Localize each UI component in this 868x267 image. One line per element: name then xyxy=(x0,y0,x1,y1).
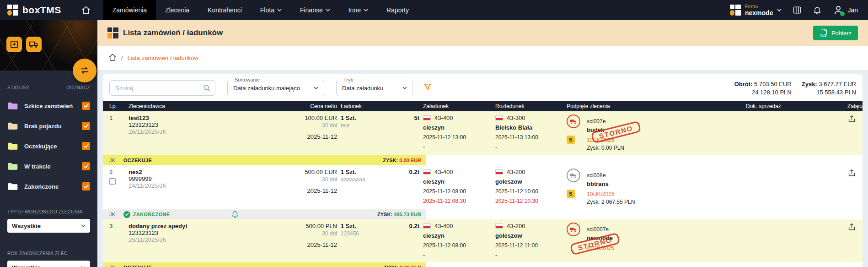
check-icon xyxy=(84,185,89,189)
status-filter-zakonczone[interactable]: Zakończone xyxy=(7,182,90,191)
unloading-city: Bielsko Biała xyxy=(495,124,563,131)
order-type-select[interactable]: Wszystkie xyxy=(7,219,90,233)
status-filter-oczekujace[interactable]: Oczekujące xyxy=(7,142,90,151)
row-number: 1 xyxy=(109,114,113,121)
row-checkbox[interactable] xyxy=(109,178,116,185)
transfer-fab-button[interactable] xyxy=(73,59,96,82)
filter-funnel-button[interactable] xyxy=(423,82,432,93)
loading-date2: 2025-11-12 08:30 xyxy=(423,198,492,204)
nav-item-raporty[interactable]: Raporty xyxy=(377,0,418,20)
status-filter-w-trakcie[interactable]: W trakcie xyxy=(7,162,90,171)
unloading-date: 2025-11-13 13:00 xyxy=(495,134,563,141)
svg-text:XLS: XLS xyxy=(820,34,827,37)
notifications-button[interactable] xyxy=(813,5,822,15)
topbar-right: Firma nexmode Jan xyxy=(730,0,868,20)
kanban-board-button[interactable] xyxy=(793,5,802,15)
nav-item-zamowienia[interactable]: Zamówienia xyxy=(103,0,156,20)
mode-select[interactable]: Tryb Data załadunku xyxy=(336,80,413,96)
loading-date2: - xyxy=(423,252,492,258)
folder-icon xyxy=(7,121,18,131)
orders-card: Sortowanie Data załadunku malejąco Tryb … xyxy=(103,74,863,267)
mode-label: Tryb xyxy=(341,77,356,82)
loading-date: 2025-11-12 13:00 xyxy=(423,134,492,141)
page-title: Lista zamówień / ładunków xyxy=(107,27,223,38)
nav-item-finanse[interactable]: Finanse xyxy=(291,0,339,20)
nav-label: Raporty xyxy=(386,6,409,14)
chevron-down-icon xyxy=(81,224,86,227)
carrier-truck-icon xyxy=(567,169,580,182)
app-logo-text: boxTMS xyxy=(22,5,61,16)
status-checkbox-checked[interactable] xyxy=(82,182,90,191)
client-name: dodany przez spedyt xyxy=(129,223,264,229)
nav-item-flota[interactable]: Flota xyxy=(251,0,291,20)
sort-select[interactable]: Sortowanie Data załadunku malejąco xyxy=(227,80,324,96)
sort-value: Data załadunku malejąco xyxy=(233,85,300,92)
price-amount: 100.00 EUR xyxy=(268,114,337,121)
col-lp: Lp. xyxy=(109,103,125,109)
order-ref: 25/11/2025/JK xyxy=(129,236,264,243)
nav-home-button[interactable] xyxy=(70,0,103,20)
upload-attachment-icon[interactable] xyxy=(847,114,856,123)
unloading-postcode: 43-200 xyxy=(507,169,525,175)
row-number: 3 xyxy=(109,223,113,229)
dispatcher-initials: JK xyxy=(109,158,115,163)
poland-flag-icon xyxy=(423,169,431,174)
status-label: OCZEKUJE xyxy=(123,158,152,163)
col-zalaczniki: Załączniki xyxy=(847,103,863,109)
poland-flag-icon xyxy=(495,115,503,120)
table-row[interactable]: 3 dodany przez spedyt 123123123 25/11/20… xyxy=(103,219,863,267)
status-filter-label: W trakcie xyxy=(24,163,76,170)
notification-bell-icon[interactable] xyxy=(231,210,239,219)
price-amount: 500.00 EUR xyxy=(268,169,337,175)
unloading-date2: 2025-11-12 10:30 xyxy=(495,198,563,204)
nav-item-kontrahenci[interactable]: Kontrahenci xyxy=(198,0,251,20)
breadcrumb-current[interactable]: Lista zamówień / ładunków xyxy=(128,54,198,61)
status-checkbox-checked[interactable] xyxy=(82,122,90,130)
end-year-select[interactable]: Wszystkie xyxy=(7,261,90,267)
status-checkbox-checked[interactable] xyxy=(82,102,90,110)
linked-order-code: sci007e xyxy=(587,118,742,125)
upload-attachment-icon[interactable] xyxy=(847,223,856,231)
status-checkbox-checked[interactable] xyxy=(82,142,90,150)
nav-item-zlecenia[interactable]: Zlecenia xyxy=(156,0,198,20)
status-filter-label: Zakończone xyxy=(24,183,76,190)
check-icon xyxy=(84,164,89,169)
status-filter-label: Oczekujące xyxy=(24,143,76,150)
carrier-truck-icon xyxy=(567,223,580,236)
status-checkbox-checked[interactable] xyxy=(82,162,90,170)
table-row[interactable]: 2 nex2 9999999 24/11/2025/JK 500.00 EUR … xyxy=(103,165,863,219)
upload-attachment-icon[interactable] xyxy=(847,169,856,177)
linked-order-link[interactable]: 10/JK/2025 xyxy=(587,191,742,197)
col-ladunek: Ładunek xyxy=(341,103,395,109)
unloading-city: goleszow xyxy=(495,232,563,239)
loading-postcode: 43-400 xyxy=(434,169,453,175)
chevron-down-icon xyxy=(402,87,407,89)
import-box-button[interactable] xyxy=(6,37,22,52)
home-icon xyxy=(108,53,117,61)
loading-date: 2025-11-12 08:00 xyxy=(423,188,492,195)
user-menu[interactable]: Jan xyxy=(833,5,858,16)
top-bar: boxTMS Zamówienia Zlecenia Kontrahenci F… xyxy=(0,0,868,20)
download-xls-button[interactable]: XLS Pobierz xyxy=(813,26,858,40)
totals-summary: Obrót: 5 703.50 EUR Zysk: 3 677.77 EUR 2… xyxy=(734,81,856,96)
status-label: OCZEKUJE xyxy=(123,265,152,267)
poland-flag-icon xyxy=(423,223,431,229)
chevron-down-icon xyxy=(277,9,282,11)
nav-item-inne[interactable]: Inne xyxy=(339,0,377,20)
search-input[interactable] xyxy=(109,80,215,96)
xls-file-icon: XLS xyxy=(820,28,828,38)
bell-icon xyxy=(813,5,822,15)
breadcrumb-home-button[interactable] xyxy=(108,53,117,63)
deselect-all-link[interactable]: ODZNACZ xyxy=(66,85,90,90)
poland-flag-icon xyxy=(495,223,503,229)
table-row[interactable]: 1 test123 123123123 26/11/2025/JK 100.00… xyxy=(103,111,863,165)
client-id: 123123123 xyxy=(129,121,264,128)
chevron-down-icon xyxy=(326,9,330,11)
status-filter-szkice[interactable]: Szkice zamówień xyxy=(7,101,90,110)
status-filter-brak-pojazdu[interactable]: Brak pojazdu xyxy=(7,121,90,131)
fleet-truck-button[interactable] xyxy=(26,37,42,52)
cargo-weight: 5t xyxy=(398,114,419,121)
client-id: 9999999 xyxy=(129,175,264,182)
app-logo[interactable]: boxTMS xyxy=(0,0,70,20)
company-switcher[interactable]: Firma nexmode xyxy=(730,4,782,17)
